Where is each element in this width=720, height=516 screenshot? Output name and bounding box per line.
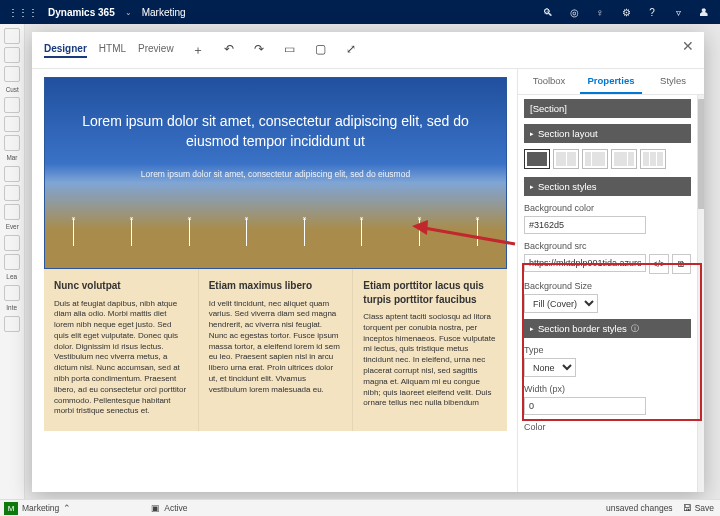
fullscreen-icon[interactable]: ⤢ (346, 42, 356, 59)
selected-section[interactable]: Section ⊕ 🗑︎ Lorem ipsum dolor sit amet,… (44, 77, 507, 269)
nav-icon[interactable] (4, 135, 20, 151)
footer-area[interactable]: Marketing (22, 503, 59, 513)
nav-icon[interactable] (4, 66, 20, 82)
tab-html[interactable]: HTML (99, 43, 126, 58)
group-styles[interactable]: Section styles (524, 177, 691, 196)
nav-icon[interactable] (4, 285, 20, 301)
code-icon[interactable]: </> (649, 254, 669, 274)
nav-label: Inte (7, 305, 18, 312)
browse-icon[interactable]: 🗎︎ (672, 254, 692, 274)
tab-preview[interactable]: Preview (138, 43, 174, 58)
nav-label: Ever (5, 224, 18, 231)
save-icon[interactable]: 🖫︎ (683, 503, 692, 513)
redo-icon[interactable]: ↷ (254, 42, 264, 59)
save-button[interactable]: Save (695, 503, 714, 513)
left-nav: Cust Mar Ever Lea Inte (0, 24, 25, 500)
bgsrc-input[interactable] (524, 254, 646, 272)
app-header: ⋮⋮⋮ Dynamics 365 ⌄ Marketing 🔍︎ ◎ ♀ ⚙︎ ?… (0, 0, 720, 24)
hero-sub: Lorem ipsum dolor sit amet, consectetur … (73, 169, 478, 179)
tab-toolbox[interactable]: Toolbox (518, 69, 580, 94)
footer-status: Active (164, 503, 187, 513)
hero-block[interactable]: Lorem ipsum dolor sit amet, consectetur … (45, 78, 506, 268)
design-canvas[interactable]: Section ⊕ 🗑︎ Lorem ipsum dolor sit amet,… (32, 69, 517, 492)
search-icon[interactable]: 🔍︎ (540, 7, 556, 18)
nav-icon[interactable] (4, 47, 20, 63)
gear-icon[interactable]: ⚙︎ (618, 7, 634, 18)
properties-panel: Toolbox Properties Styles [Section] Sect… (517, 69, 704, 492)
add-icon[interactable]: ＋ (192, 42, 204, 59)
nav-label: Mar (6, 155, 17, 162)
area-badge[interactable]: M (4, 502, 18, 515)
group-border[interactable]: Section border styles ⓘ (524, 319, 691, 338)
tab-properties[interactable]: Properties (580, 69, 642, 94)
layout-21col[interactable] (611, 149, 637, 169)
hero-image (45, 218, 506, 246)
responsive-icon[interactable]: ▭ (284, 42, 295, 59)
chevron-down-icon[interactable]: ⌄ (125, 8, 132, 17)
bordertype-label: Type (524, 345, 691, 355)
panel-scrollbar[interactable] (697, 95, 704, 492)
bgsize-select[interactable]: Fill (Cover) (524, 294, 598, 313)
app-name: Dynamics 365 (48, 7, 115, 18)
nav-label: Cust (5, 86, 18, 93)
bordercolor-label: Color (524, 422, 691, 432)
layout-2col[interactable] (553, 149, 579, 169)
col-heading: Etiam maximus libero (209, 279, 343, 293)
bgcolor-label: Background color (524, 203, 691, 213)
bgsize-label: Background Size (524, 281, 691, 291)
nav-icon[interactable] (4, 204, 20, 220)
panel-tabs: Toolbox Properties Styles (518, 69, 704, 95)
footer-msg: unsaved changes (606, 503, 673, 513)
col-body: Id velit tincidunt, nec aliquet quam var… (209, 299, 343, 396)
columns-block[interactable]: Nunc volutpatDuis at feugiat dapibus, ni… (44, 269, 507, 431)
bgsrc-label: Background src (524, 241, 691, 251)
bulb-icon[interactable]: ♀ (592, 7, 608, 18)
col-heading: Etiam porttitor lacus quis turpis portti… (363, 279, 497, 306)
user-icon[interactable]: 👤︎ (696, 7, 712, 18)
nav-icon[interactable] (4, 116, 20, 132)
tab-styles[interactable]: Styles (642, 69, 704, 94)
grid-icon[interactable]: ⋮⋮⋮ (8, 7, 38, 18)
nav-icon[interactable] (4, 254, 20, 270)
tab-designer[interactable]: Designer (44, 43, 87, 58)
col-heading: Nunc volutpat (54, 279, 188, 293)
col-body: Duis at feugiat dapibus, nibh atque diam… (54, 299, 188, 418)
record-icon[interactable]: ◎ (566, 7, 582, 18)
breadcrumb: [Section] (524, 99, 691, 118)
nav-icon[interactable] (4, 28, 20, 44)
nav-icon[interactable] (4, 97, 20, 113)
nav-icon[interactable] (4, 185, 20, 201)
nav-label: Lea (7, 274, 18, 281)
bordertype-select[interactable]: None (524, 358, 576, 377)
nav-icon[interactable] (4, 316, 20, 332)
group-layout[interactable]: Section layout (524, 124, 691, 143)
designer-modal: ✕ Designer HTML Preview ＋ ↶ ↷ ▭ ▢ ⤢ Sect… (32, 32, 704, 492)
close-icon[interactable]: ✕ (682, 38, 694, 54)
app-area: Marketing (142, 7, 186, 18)
designer-tabs: Designer HTML Preview (44, 43, 174, 58)
col-body: Class aptent taciti sociosqu ad litora t… (363, 312, 497, 409)
devices-icon[interactable]: ▢ (315, 42, 326, 59)
bgcolor-input[interactable] (524, 216, 646, 234)
borderwidth-label: Width (px) (524, 384, 691, 394)
undo-icon[interactable]: ↶ (224, 42, 234, 59)
layout-3col[interactable] (640, 149, 666, 169)
layout-1col[interactable] (524, 149, 550, 169)
filter-icon[interactable]: ▿ (670, 7, 686, 18)
status-bar: M Marketing ⌃ ▣ Active unsaved changes 🖫… (0, 499, 720, 516)
nav-icon[interactable] (4, 166, 20, 182)
designer-toolbar: Designer HTML Preview ＋ ↶ ↷ ▭ ▢ ⤢ (32, 32, 704, 69)
hero-headline: Lorem ipsum dolor sit amet, consectetur … (73, 112, 478, 151)
borderwidth-input[interactable] (524, 397, 646, 415)
nav-icon[interactable] (4, 235, 20, 251)
help-icon[interactable]: ? (644, 7, 660, 18)
layout-12col[interactable] (582, 149, 608, 169)
